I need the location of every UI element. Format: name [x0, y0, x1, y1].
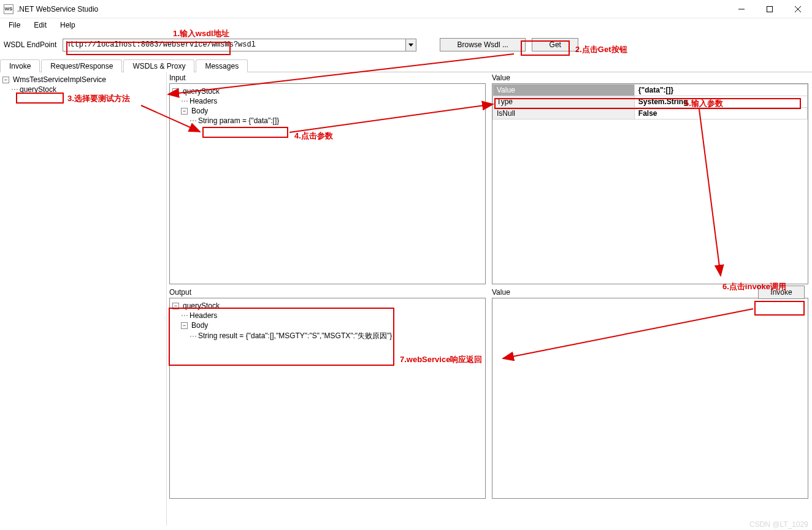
service-tree-panel: − WmsTestServiceImplService ⋯ queryStock [0, 72, 167, 526]
close-button[interactable] [784, 0, 812, 18]
annotation-4: 4.点击参数 [294, 131, 333, 142]
collapse-icon[interactable]: − [2, 77, 9, 83]
annotation-5: 5.输入参数 [684, 98, 723, 109]
input-param[interactable]: ⋯ String param = {"data":[]} [172, 116, 483, 126]
output-pane: Output − queryStock ⋯ Headers − [167, 287, 489, 501]
value-pane-bottom: Value [489, 287, 812, 501]
annotation-7: 7.webService响应返回 [400, 354, 482, 365]
maximize-button[interactable] [756, 0, 784, 18]
watermark: CSDN @LT_1029 [749, 520, 808, 529]
get-button[interactable]: Get [532, 38, 578, 51]
annotation-1: 1.输入wsdl地址 [173, 28, 229, 39]
output-headers-label: Headers [190, 311, 217, 320]
minimize-button[interactable] [727, 0, 756, 18]
collapse-icon[interactable]: − [181, 108, 188, 115]
output-body[interactable]: − queryStock ⋯ Headers − Body ⋯ [169, 298, 486, 499]
value-row-selected: Value{"data":[]} [493, 85, 808, 96]
tree-service-label: WmsTestServiceImplService [13, 75, 106, 84]
endpoint-input[interactable] [63, 39, 406, 51]
output-label: Output [167, 287, 489, 298]
value-top-label: Value [489, 72, 812, 83]
value-top-body[interactable]: Value{"data":[]} TypeSystem.String IsNul… [492, 83, 808, 284]
input-param-label: String param = {"data":[]} [198, 116, 279, 125]
value-pane-top: Value Value{"data":[]} TypeSystem.String… [489, 72, 812, 287]
input-body[interactable]: − queryStock ⋯ Headers − Body ⋯ [169, 83, 486, 284]
main-area: − WmsTestServiceImplService ⋯ queryStock… [0, 72, 812, 526]
menu-file[interactable]: File [4, 20, 25, 31]
collapse-icon[interactable]: − [172, 88, 179, 95]
endpoint-dropdown[interactable] [405, 39, 416, 51]
window-controls [727, 0, 812, 18]
output-body-node[interactable]: − Body [172, 320, 483, 330]
annotation-2: 2.点击Get按钮 [575, 44, 627, 55]
output-tree-root[interactable]: − queryStock [172, 301, 483, 311]
tree-line-icon: ⋯ [11, 85, 17, 94]
tab-request-response[interactable]: Request/Response [41, 59, 122, 72]
tab-messages[interactable]: Messages [196, 59, 248, 72]
input-headers[interactable]: ⋯ Headers [172, 96, 483, 106]
value-grid[interactable]: Value{"data":[]} TypeSystem.String IsNul… [492, 84, 808, 119]
value-row: IsNullFalse [493, 108, 808, 119]
input-root-label: queryStock [183, 87, 220, 96]
annotation-3: 3.选择要测试方法 [67, 93, 130, 104]
output-result[interactable]: ⋯ String result = {"data":[],"MSGTY":"S"… [172, 330, 483, 342]
value-bottom-body[interactable] [492, 298, 808, 499]
output-result-label: String result = {"data":[],"MSGTY":"S","… [198, 331, 392, 341]
tabs-row: Invoke Request/Response WSDLs & Proxy Me… [0, 59, 812, 72]
menubar: File Edit Help [0, 18, 812, 32]
tab-wsdls-proxy[interactable]: WSDLs & Proxy [123, 59, 194, 72]
annotation-6: 6.点击invoke调用 [722, 281, 786, 292]
tab-invoke[interactable]: Invoke [0, 59, 40, 72]
svg-marker-4 [408, 44, 413, 47]
collapse-icon[interactable]: − [181, 322, 188, 329]
value-row: TypeSystem.String [493, 96, 808, 108]
input-label: Input [167, 72, 489, 83]
endpoint-label: WSDL EndPoint [4, 40, 56, 49]
titlebar: WS .NET WebService Studio [0, 0, 812, 18]
input-headers-label: Headers [190, 97, 217, 105]
tree-service-root[interactable]: − WmsTestServiceImplService [2, 75, 164, 85]
menu-edit[interactable]: Edit [29, 20, 52, 31]
menu-help[interactable]: Help [55, 20, 80, 31]
app-icon: WS [4, 4, 13, 14]
input-pane: Input − queryStock ⋯ Headers − [167, 72, 489, 287]
input-body[interactable]: − Body [172, 106, 483, 116]
input-body-label: Body [191, 107, 208, 115]
endpoint-bar: WSDL EndPoint Browse Wsdl ... Get [0, 32, 812, 58]
browse-wsdl-button[interactable]: Browse Wsdl ... [440, 38, 526, 51]
output-headers[interactable]: ⋯ Headers [172, 311, 483, 320]
output-root-label: queryStock [183, 301, 220, 310]
input-tree-root[interactable]: − queryStock [172, 86, 483, 96]
collapse-icon[interactable]: − [172, 303, 179, 309]
output-body-label: Body [191, 321, 208, 330]
tree-method-label: queryStock [20, 85, 56, 94]
window-title: .NET WebService Studio [17, 5, 98, 13]
svg-rect-1 [767, 6, 773, 12]
